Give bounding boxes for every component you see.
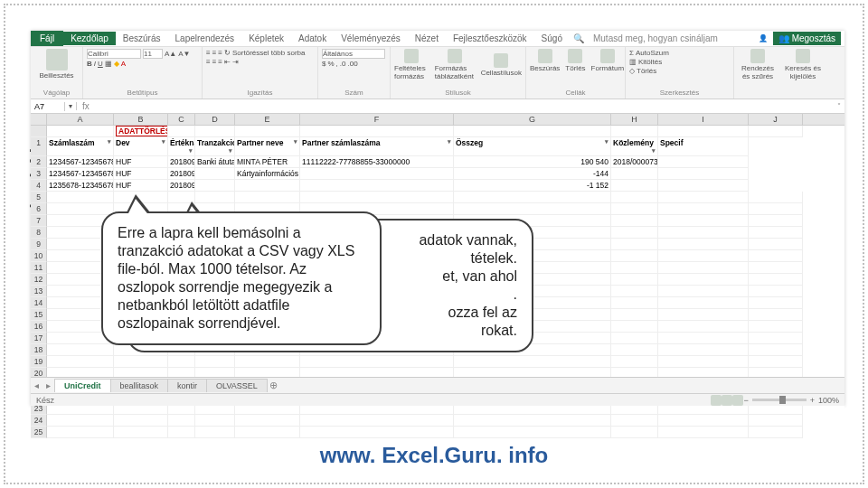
cell[interactable] xyxy=(658,309,749,321)
zoom-out-icon[interactable]: − xyxy=(743,396,748,405)
cell[interactable] xyxy=(47,344,114,356)
cell[interactable] xyxy=(195,427,235,438)
cell[interactable] xyxy=(658,215,749,227)
cell[interactable] xyxy=(454,415,611,427)
cell[interactable] xyxy=(611,427,658,438)
rowhead-17[interactable]: 17 xyxy=(31,333,47,344)
cell[interactable] xyxy=(658,344,749,356)
share-button[interactable]: 👥 Megosztás xyxy=(773,32,841,45)
table-row[interactable]: 3 1234567-12345678- HUF 20180910 Kártyai… xyxy=(31,168,844,180)
sheet-tab-olvassel[interactable]: OLVASSEL xyxy=(206,379,268,392)
rowhead-19[interactable]: 19 xyxy=(31,356,47,368)
add-sheet-button[interactable]: ⊕ xyxy=(267,380,281,391)
align-left-icon[interactable]: ≡ xyxy=(206,58,211,66)
cell[interactable] xyxy=(611,344,658,356)
cell[interactable] xyxy=(749,415,803,427)
cell[interactable] xyxy=(658,203,749,215)
tab-lapelrendezes[interactable]: Lapelrendezés xyxy=(168,32,242,45)
fontcolor-icon[interactable]: A xyxy=(121,60,126,68)
col-J[interactable]: J xyxy=(749,114,803,125)
delete-cells-icon[interactable] xyxy=(568,49,582,63)
tab-fejlesztoeszk[interactable]: Fejlesztőeszközök xyxy=(446,32,534,45)
cell[interactable] xyxy=(658,250,749,262)
rowhead-8[interactable]: 8 xyxy=(31,227,47,239)
cell[interactable] xyxy=(47,192,114,203)
cell[interactable]: 20180910 xyxy=(168,168,195,180)
tab-kezdolap[interactable]: Kezdőlap xyxy=(63,32,116,45)
formula-input[interactable] xyxy=(95,102,834,111)
cell[interactable]: 190 540 xyxy=(454,156,611,168)
col-D[interactable]: D xyxy=(195,114,235,125)
cell[interactable] xyxy=(114,356,168,368)
sheet-tab-kontir[interactable]: kontir xyxy=(167,379,207,392)
cell[interactable] xyxy=(611,180,658,192)
tab-adatok[interactable]: Adatok xyxy=(291,32,334,45)
rowhead-9[interactable]: 9 xyxy=(31,239,47,250)
cell[interactable]: 2018/000073 xyxy=(611,156,658,168)
rowhead-11[interactable]: 11 xyxy=(31,262,47,274)
cell[interactable] xyxy=(658,333,749,344)
rowhead-15[interactable]: 15 xyxy=(31,309,47,321)
cell[interactable] xyxy=(114,415,168,427)
italic-icon[interactable]: I xyxy=(94,60,96,68)
sheet-tab-beallitasok[interactable]: beallitasok xyxy=(110,379,169,392)
dec-dec-icon[interactable]: .00 xyxy=(347,60,357,68)
cell[interactable] xyxy=(454,356,611,368)
percent-icon[interactable]: % xyxy=(327,60,334,68)
rowhead-12[interactable]: 12 xyxy=(31,274,47,286)
cell[interactable] xyxy=(611,274,658,286)
cell[interactable] xyxy=(658,297,749,309)
cell[interactable] xyxy=(47,427,114,438)
filter-icon[interactable]: ▾ xyxy=(162,138,165,145)
borders-icon[interactable]: ▦ xyxy=(105,60,112,68)
cell[interactable]: Kártyainformációs SMS díj 08. havi elszá… xyxy=(235,168,300,180)
cell[interactable] xyxy=(611,203,658,215)
cell[interactable] xyxy=(195,168,235,180)
tab-sugo[interactable]: Súgó xyxy=(534,32,570,45)
rowhead-3[interactable]: 3 xyxy=(31,168,47,180)
cell[interactable] xyxy=(749,227,803,239)
table-row[interactable]: 2 1234567-12345678- HUF 20180903 Banki á… xyxy=(31,156,844,168)
cell[interactable] xyxy=(611,168,658,180)
cell[interactable]: 1235678-12345678- xyxy=(47,180,114,192)
cell[interactable] xyxy=(47,356,114,368)
zoom-in-icon[interactable]: + xyxy=(810,396,815,405)
grow-font-icon[interactable]: A▲ xyxy=(165,50,176,58)
tab-beszuras[interactable]: Beszúrás xyxy=(116,32,168,45)
tab-file[interactable]: Fájl xyxy=(31,31,63,46)
fill-icon[interactable]: ▥ xyxy=(629,58,637,66)
rowhead-25[interactable]: 25 xyxy=(31,427,47,438)
cell[interactable] xyxy=(749,344,803,356)
cell[interactable] xyxy=(658,180,749,192)
cell[interactable] xyxy=(611,215,658,227)
cell[interactable] xyxy=(235,180,300,192)
font-size-input[interactable] xyxy=(143,49,163,59)
cellstyles-icon[interactable] xyxy=(494,53,508,68)
clear-icon[interactable]: ◇ xyxy=(629,67,635,75)
col-F[interactable]: F xyxy=(300,114,454,125)
cell[interactable] xyxy=(749,262,803,274)
tab-kepletek[interactable]: Képletek xyxy=(241,32,291,45)
cell[interactable] xyxy=(749,239,803,250)
view-pagebreak-icon[interactable] xyxy=(732,395,743,406)
cell[interactable] xyxy=(658,168,749,180)
sheet-nav-prev-icon[interactable]: ◂ xyxy=(31,380,42,390)
cell[interactable] xyxy=(749,309,803,321)
rowhead-14[interactable]: 14 xyxy=(31,297,47,309)
cell[interactable] xyxy=(749,286,803,297)
cell[interactable] xyxy=(611,262,658,274)
hdr-kozlemeny[interactable]: Közlemény▾ xyxy=(611,137,658,156)
cell[interactable]: 20180903 xyxy=(168,156,195,168)
cell[interactable] xyxy=(658,427,749,438)
cell[interactable] xyxy=(658,192,749,203)
currency-icon[interactable]: $ xyxy=(322,60,326,68)
comma-icon[interactable]: , xyxy=(336,60,338,68)
rowhead-7[interactable]: 7 xyxy=(31,215,47,227)
cell[interactable] xyxy=(235,192,300,203)
cell[interactable] xyxy=(47,415,114,427)
col-H[interactable]: H xyxy=(611,114,658,125)
cell[interactable] xyxy=(749,203,803,215)
indent-dec-icon[interactable]: ⇤ xyxy=(224,58,231,66)
cell[interactable] xyxy=(300,192,454,203)
cell[interactable] xyxy=(611,309,658,321)
